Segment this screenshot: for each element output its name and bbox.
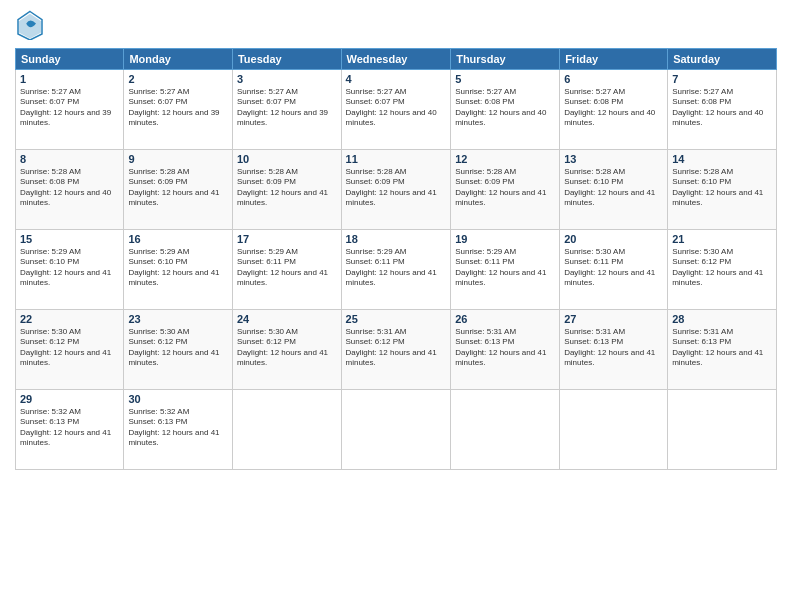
calendar-cell [451,390,560,470]
day-number: 3 [237,73,337,85]
calendar-cell: 2 Sunrise: 5:27 AM Sunset: 6:07 PM Dayli… [124,70,233,150]
day-info: Sunrise: 5:30 AM Sunset: 6:11 PM Dayligh… [564,247,663,289]
calendar-cell: 21 Sunrise: 5:30 AM Sunset: 6:12 PM Dayl… [668,230,777,310]
day-info: Sunrise: 5:30 AM Sunset: 6:12 PM Dayligh… [237,327,337,369]
day-info: Sunrise: 5:31 AM Sunset: 6:13 PM Dayligh… [455,327,555,369]
day-info: Sunrise: 5:29 AM Sunset: 6:10 PM Dayligh… [20,247,119,289]
calendar-header-saturday: Saturday [668,49,777,70]
calendar-cell: 25 Sunrise: 5:31 AM Sunset: 6:12 PM Dayl… [341,310,451,390]
day-info: Sunrise: 5:28 AM Sunset: 6:09 PM Dayligh… [128,167,228,209]
day-number: 7 [672,73,772,85]
day-info: Sunrise: 5:27 AM Sunset: 6:07 PM Dayligh… [237,87,337,129]
calendar-cell: 15 Sunrise: 5:29 AM Sunset: 6:10 PM Dayl… [16,230,124,310]
day-info: Sunrise: 5:31 AM Sunset: 6:13 PM Dayligh… [564,327,663,369]
calendar-cell: 3 Sunrise: 5:27 AM Sunset: 6:07 PM Dayli… [232,70,341,150]
day-number: 19 [455,233,555,245]
day-number: 21 [672,233,772,245]
day-number: 10 [237,153,337,165]
day-info: Sunrise: 5:32 AM Sunset: 6:13 PM Dayligh… [20,407,119,449]
calendar-week-5: 29 Sunrise: 5:32 AM Sunset: 6:13 PM Dayl… [16,390,777,470]
calendar-week-2: 8 Sunrise: 5:28 AM Sunset: 6:08 PM Dayli… [16,150,777,230]
calendar-cell: 23 Sunrise: 5:30 AM Sunset: 6:12 PM Dayl… [124,310,233,390]
calendar-header-row: SundayMondayTuesdayWednesdayThursdayFrid… [16,49,777,70]
day-info: Sunrise: 5:27 AM Sunset: 6:08 PM Dayligh… [672,87,772,129]
day-number: 18 [346,233,447,245]
calendar-cell: 24 Sunrise: 5:30 AM Sunset: 6:12 PM Dayl… [232,310,341,390]
calendar-header-tuesday: Tuesday [232,49,341,70]
calendar-cell: 5 Sunrise: 5:27 AM Sunset: 6:08 PM Dayli… [451,70,560,150]
logo [15,10,49,40]
calendar-week-1: 1 Sunrise: 5:27 AM Sunset: 6:07 PM Dayli… [16,70,777,150]
day-number: 5 [455,73,555,85]
day-number: 17 [237,233,337,245]
calendar-table: SundayMondayTuesdayWednesdayThursdayFrid… [15,48,777,470]
page: SundayMondayTuesdayWednesdayThursdayFrid… [0,0,792,612]
calendar-week-4: 22 Sunrise: 5:30 AM Sunset: 6:12 PM Dayl… [16,310,777,390]
day-number: 28 [672,313,772,325]
day-number: 29 [20,393,119,405]
day-number: 15 [20,233,119,245]
day-number: 12 [455,153,555,165]
day-info: Sunrise: 5:27 AM Sunset: 6:07 PM Dayligh… [128,87,228,129]
calendar-cell: 28 Sunrise: 5:31 AM Sunset: 6:13 PM Dayl… [668,310,777,390]
calendar-cell: 9 Sunrise: 5:28 AM Sunset: 6:09 PM Dayli… [124,150,233,230]
day-info: Sunrise: 5:29 AM Sunset: 6:11 PM Dayligh… [237,247,337,289]
calendar-cell: 22 Sunrise: 5:30 AM Sunset: 6:12 PM Dayl… [16,310,124,390]
day-info: Sunrise: 5:30 AM Sunset: 6:12 PM Dayligh… [20,327,119,369]
day-info: Sunrise: 5:27 AM Sunset: 6:07 PM Dayligh… [346,87,447,129]
day-info: Sunrise: 5:28 AM Sunset: 6:10 PM Dayligh… [672,167,772,209]
calendar-cell [668,390,777,470]
calendar-cell: 30 Sunrise: 5:32 AM Sunset: 6:13 PM Dayl… [124,390,233,470]
day-number: 4 [346,73,447,85]
calendar-header-sunday: Sunday [16,49,124,70]
day-info: Sunrise: 5:32 AM Sunset: 6:13 PM Dayligh… [128,407,228,449]
calendar-cell: 8 Sunrise: 5:28 AM Sunset: 6:08 PM Dayli… [16,150,124,230]
calendar-cell: 10 Sunrise: 5:28 AM Sunset: 6:09 PM Dayl… [232,150,341,230]
calendar-header-thursday: Thursday [451,49,560,70]
calendar-cell: 13 Sunrise: 5:28 AM Sunset: 6:10 PM Dayl… [560,150,668,230]
day-number: 23 [128,313,228,325]
calendar-cell: 11 Sunrise: 5:28 AM Sunset: 6:09 PM Dayl… [341,150,451,230]
calendar-cell: 19 Sunrise: 5:29 AM Sunset: 6:11 PM Dayl… [451,230,560,310]
day-info: Sunrise: 5:27 AM Sunset: 6:07 PM Dayligh… [20,87,119,129]
calendar-cell: 7 Sunrise: 5:27 AM Sunset: 6:08 PM Dayli… [668,70,777,150]
day-number: 14 [672,153,772,165]
calendar-week-3: 15 Sunrise: 5:29 AM Sunset: 6:10 PM Dayl… [16,230,777,310]
day-number: 11 [346,153,447,165]
header [15,10,777,40]
calendar-cell: 12 Sunrise: 5:28 AM Sunset: 6:09 PM Dayl… [451,150,560,230]
day-info: Sunrise: 5:31 AM Sunset: 6:12 PM Dayligh… [346,327,447,369]
day-info: Sunrise: 5:30 AM Sunset: 6:12 PM Dayligh… [672,247,772,289]
day-info: Sunrise: 5:29 AM Sunset: 6:11 PM Dayligh… [455,247,555,289]
calendar-cell: 1 Sunrise: 5:27 AM Sunset: 6:07 PM Dayli… [16,70,124,150]
calendar-cell: 29 Sunrise: 5:32 AM Sunset: 6:13 PM Dayl… [16,390,124,470]
day-info: Sunrise: 5:29 AM Sunset: 6:11 PM Dayligh… [346,247,447,289]
day-number: 2 [128,73,228,85]
calendar-cell: 26 Sunrise: 5:31 AM Sunset: 6:13 PM Dayl… [451,310,560,390]
day-info: Sunrise: 5:31 AM Sunset: 6:13 PM Dayligh… [672,327,772,369]
day-info: Sunrise: 5:28 AM Sunset: 6:09 PM Dayligh… [346,167,447,209]
calendar-cell: 4 Sunrise: 5:27 AM Sunset: 6:07 PM Dayli… [341,70,451,150]
day-info: Sunrise: 5:28 AM Sunset: 6:10 PM Dayligh… [564,167,663,209]
calendar-cell: 20 Sunrise: 5:30 AM Sunset: 6:11 PM Dayl… [560,230,668,310]
day-number: 24 [237,313,337,325]
day-info: Sunrise: 5:28 AM Sunset: 6:08 PM Dayligh… [20,167,119,209]
day-info: Sunrise: 5:30 AM Sunset: 6:12 PM Dayligh… [128,327,228,369]
day-number: 13 [564,153,663,165]
calendar-header-wednesday: Wednesday [341,49,451,70]
day-number: 9 [128,153,228,165]
day-number: 25 [346,313,447,325]
calendar-cell [232,390,341,470]
day-number: 8 [20,153,119,165]
day-number: 30 [128,393,228,405]
day-info: Sunrise: 5:28 AM Sunset: 6:09 PM Dayligh… [237,167,337,209]
calendar-cell [560,390,668,470]
day-info: Sunrise: 5:27 AM Sunset: 6:08 PM Dayligh… [455,87,555,129]
day-info: Sunrise: 5:28 AM Sunset: 6:09 PM Dayligh… [455,167,555,209]
calendar-header-monday: Monday [124,49,233,70]
day-info: Sunrise: 5:29 AM Sunset: 6:10 PM Dayligh… [128,247,228,289]
calendar-cell: 27 Sunrise: 5:31 AM Sunset: 6:13 PM Dayl… [560,310,668,390]
calendar-cell: 17 Sunrise: 5:29 AM Sunset: 6:11 PM Dayl… [232,230,341,310]
calendar-cell: 16 Sunrise: 5:29 AM Sunset: 6:10 PM Dayl… [124,230,233,310]
day-number: 20 [564,233,663,245]
